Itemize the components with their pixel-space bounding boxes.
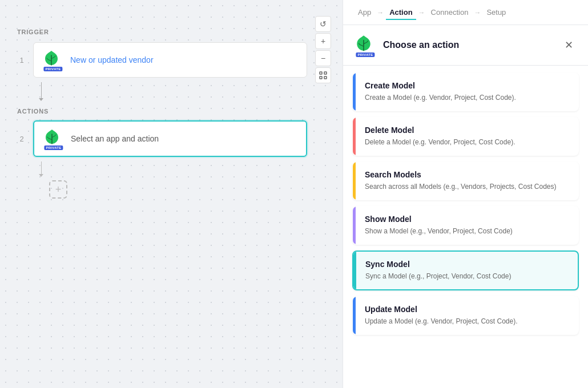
svg-rect-0	[320, 72, 322, 74]
add-step-container: +	[33, 180, 325, 199]
action-content: Sync Model Sync a Model (e.g., Project, …	[356, 252, 578, 289]
action-desc: Update a Model (e.g. Vendor, Project, Co…	[365, 316, 569, 326]
action-item[interactable]: Sync Model Sync a Model (e.g., Project, …	[352, 250, 579, 290]
connector-line-2	[41, 161, 42, 174]
action-item[interactable]: Show Model Show a Model (e.g., Vendor, P…	[352, 206, 579, 245]
action-step-row: 2 PRIVATE Select an app and action	[17, 120, 325, 157]
nav-setup[interactable]: Setup	[483, 6, 509, 19]
step2-number: 2	[17, 135, 26, 143]
actions-section: ACTIONS 2 PRIVATE Select an app and acti…	[17, 108, 325, 199]
action-item[interactable]: Delete Model Delete a Model (e.g. Vendor…	[352, 117, 579, 156]
connector-1	[33, 80, 49, 101]
private-badge-panel: PRIVATE	[356, 52, 374, 57]
svg-rect-1	[324, 72, 327, 74]
action-content: Update Model Update a Model (e.g. Vendor…	[356, 297, 578, 334]
action-item[interactable]: Search Models Search across all Models (…	[352, 161, 579, 200]
panel-header-left: PRIVATE Choose an action	[355, 34, 459, 56]
fit-icon	[319, 71, 327, 79]
nav-arrow-3: →	[474, 9, 481, 17]
action-placeholder-text: Select an app and action	[71, 134, 159, 143]
close-panel-button[interactable]: ✕	[561, 37, 577, 53]
nav-app[interactable]: App	[355, 6, 374, 19]
fit-button[interactable]	[315, 67, 331, 83]
trigger-step-row: 1 PRIVATE New or updated vendor	[17, 42, 325, 78]
action-desc: Search across all Models (e.g., Vendors,…	[365, 181, 569, 192]
svg-rect-3	[324, 76, 327, 79]
zoom-in-button[interactable]: +	[315, 33, 331, 49]
private-badge-trigger: PRIVATE	[43, 67, 62, 71]
action-panel: App → Action → Connection → Setup PRIVAT…	[343, 0, 588, 388]
reset-button[interactable]: ↺	[315, 16, 331, 32]
leaf-icon-action	[43, 128, 61, 146]
action-desc: Delete a Model (e.g. Vendor, Project, Co…	[365, 137, 569, 147]
panel-app-icon: PRIVATE	[355, 34, 376, 56]
action-title: Update Model	[365, 305, 569, 314]
action-title: Delete Model	[365, 126, 569, 135]
trigger-label: TRIGGER	[17, 29, 325, 35]
trigger-text: New or updated vendor	[70, 55, 154, 64]
trigger-card[interactable]: PRIVATE New or updated vendor	[33, 42, 307, 78]
panel-leaf-icon	[355, 34, 373, 52]
action-content: Search Models Search across all Models (…	[356, 162, 578, 200]
step1-number: 1	[17, 56, 26, 64]
actions-label: ACTIONS	[17, 108, 325, 115]
steps-nav: App → Action → Connection → Setup	[343, 0, 588, 25]
trigger-app-icon: PRIVATE	[43, 50, 63, 70]
action-placeholder-card[interactable]: PRIVATE Select an app and action	[33, 120, 307, 157]
action-content: Show Model Show a Model (e.g., Vendor, P…	[356, 207, 578, 244]
svg-rect-2	[320, 76, 322, 79]
zoom-out-button[interactable]: −	[315, 50, 331, 66]
action-title: Create Model	[365, 81, 569, 90]
arrow-2	[39, 174, 43, 177]
nav-arrow-2: →	[418, 9, 425, 17]
action-desc: Show a Model (e.g., Vendor, Project, Cos…	[365, 226, 569, 236]
action-desc: Create a Model (e.g. Vendor, Project, Co…	[365, 92, 569, 103]
leaf-icon	[43, 50, 60, 67]
action-title: Show Model	[365, 215, 569, 224]
connector-2	[33, 159, 49, 177]
trigger-link[interactable]: vendor	[129, 55, 154, 64]
zoom-toolbar: ↺ + −	[315, 16, 331, 83]
action-item[interactable]: Create Model Create a Model (e.g. Vendor…	[352, 72, 579, 111]
nav-arrow-1: →	[377, 9, 384, 17]
action-desc: Sync a Model (e.g., Project, Vendor, Cos…	[365, 271, 569, 281]
connector-line-1	[41, 82, 42, 98]
action-item[interactable]: Update Model Update a Model (e.g. Vendor…	[352, 296, 579, 335]
nav-action[interactable]: Action	[386, 6, 416, 20]
actions-list: Create Model Create a Model (e.g. Vendor…	[343, 66, 588, 388]
panel-title: Choose an action	[383, 40, 459, 50]
nav-connection[interactable]: Connection	[428, 6, 472, 19]
arrow-1	[39, 98, 43, 101]
add-step-button[interactable]: +	[49, 180, 67, 199]
action-title: Search Models	[365, 170, 569, 179]
private-badge-action: PRIVATE	[44, 146, 63, 150]
panel-header: PRIVATE Choose an action ✕	[343, 25, 588, 66]
workflow-canvas: ↺ + − TRIGGER 1	[0, 0, 343, 388]
action-content: Create Model Create a Model (e.g. Vendor…	[356, 73, 578, 111]
action-content: Delete Model Delete a Model (e.g. Vendor…	[356, 118, 578, 155]
action-app-icon: PRIVATE	[43, 128, 64, 149]
action-title: Sync Model	[365, 260, 569, 269]
